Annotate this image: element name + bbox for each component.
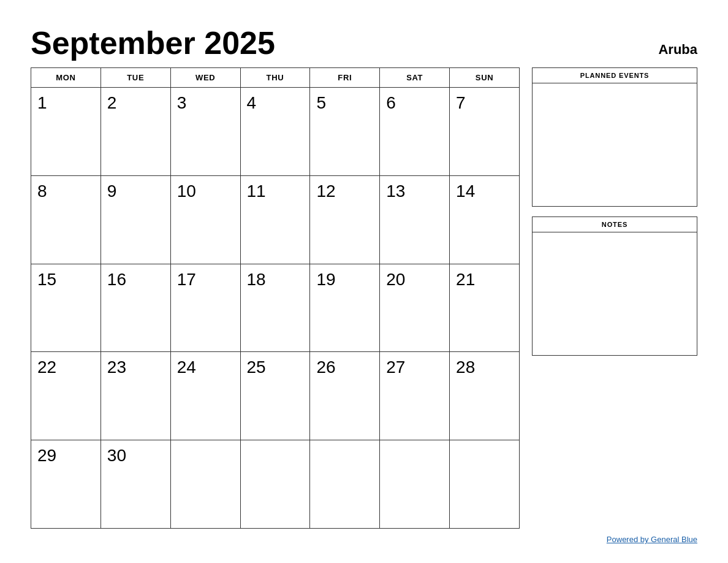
day-cell-13: 13 bbox=[380, 175, 450, 264]
day-cell-21: 21 bbox=[450, 264, 520, 352]
day-cell-23: 23 bbox=[100, 352, 170, 440]
day-cell-17: 17 bbox=[170, 264, 240, 352]
day-cell-15: 15 bbox=[31, 264, 101, 352]
footer: Powered by General Blue bbox=[31, 534, 697, 545]
header: September 2025 Aruba bbox=[31, 25, 697, 61]
planned-events-title: PLANNED EVENTS bbox=[533, 68, 697, 83]
week-row-5: 29 30 bbox=[31, 440, 520, 529]
header-sun: SUN bbox=[450, 68, 520, 88]
day-cell-empty-1 bbox=[170, 440, 240, 529]
day-cell-29: 29 bbox=[31, 440, 101, 529]
day-cell-empty-4 bbox=[380, 440, 450, 529]
day-cell-6: 6 bbox=[380, 88, 450, 176]
week-row-2: 8 9 10 11 12 13 14 bbox=[31, 175, 520, 264]
day-cell-9: 9 bbox=[100, 175, 170, 264]
page: September 2025 Aruba MON TUE WED THU FRI… bbox=[0, 0, 728, 563]
header-fri: FRI bbox=[310, 68, 380, 88]
day-cell-22: 22 bbox=[31, 352, 101, 440]
planned-events-box: PLANNED EVENTS bbox=[532, 67, 697, 207]
notes-title: NOTES bbox=[533, 217, 697, 232]
day-cell-19: 19 bbox=[310, 264, 380, 352]
header-wed: WED bbox=[170, 68, 240, 88]
calendar-section: MON TUE WED THU FRI SAT SUN 1 2 3 bbox=[31, 67, 520, 529]
day-cell-empty-5 bbox=[450, 440, 520, 529]
day-cell-28: 28 bbox=[450, 352, 520, 440]
day-cell-empty-3 bbox=[310, 440, 380, 529]
page-title: September 2025 bbox=[31, 25, 275, 61]
weekday-header-row: MON TUE WED THU FRI SAT SUN bbox=[31, 68, 520, 88]
main-content: MON TUE WED THU FRI SAT SUN 1 2 3 bbox=[31, 67, 697, 529]
day-cell-5: 5 bbox=[310, 88, 380, 176]
sidebar: PLANNED EVENTS NOTES bbox=[532, 67, 697, 529]
day-cell-27: 27 bbox=[380, 352, 450, 440]
day-cell-26: 26 bbox=[310, 352, 380, 440]
day-cell-30: 30 bbox=[100, 440, 170, 529]
header-mon: MON bbox=[31, 68, 101, 88]
header-tue: TUE bbox=[100, 68, 170, 88]
day-cell-10: 10 bbox=[170, 175, 240, 264]
day-cell-18: 18 bbox=[240, 264, 310, 352]
week-row-3: 15 16 17 18 19 20 21 bbox=[31, 264, 520, 352]
week-row-4: 22 23 24 25 26 27 28 bbox=[31, 352, 520, 440]
day-cell-12: 12 bbox=[310, 175, 380, 264]
day-cell-24: 24 bbox=[170, 352, 240, 440]
day-cell-14: 14 bbox=[450, 175, 520, 264]
notes-box: NOTES bbox=[532, 216, 697, 356]
country-label: Aruba bbox=[658, 42, 697, 58]
notes-content bbox=[533, 232, 697, 355]
day-cell-1: 1 bbox=[31, 88, 101, 176]
day-cell-3: 3 bbox=[170, 88, 240, 176]
day-cell-2: 2 bbox=[100, 88, 170, 176]
week-row-1: 1 2 3 4 5 6 7 bbox=[31, 88, 520, 176]
day-cell-4: 4 bbox=[240, 88, 310, 176]
calendar-table: MON TUE WED THU FRI SAT SUN 1 2 3 bbox=[31, 67, 520, 529]
day-cell-25: 25 bbox=[240, 352, 310, 440]
day-cell-empty-2 bbox=[240, 440, 310, 529]
powered-by-link[interactable]: Powered by General Blue bbox=[607, 535, 697, 544]
header-thu: THU bbox=[240, 68, 310, 88]
day-cell-20: 20 bbox=[380, 264, 450, 352]
planned-events-content bbox=[533, 83, 697, 206]
header-sat: SAT bbox=[380, 68, 450, 88]
day-cell-11: 11 bbox=[240, 175, 310, 264]
day-cell-16: 16 bbox=[100, 264, 170, 352]
day-cell-7: 7 bbox=[450, 88, 520, 176]
day-cell-8: 8 bbox=[31, 175, 101, 264]
